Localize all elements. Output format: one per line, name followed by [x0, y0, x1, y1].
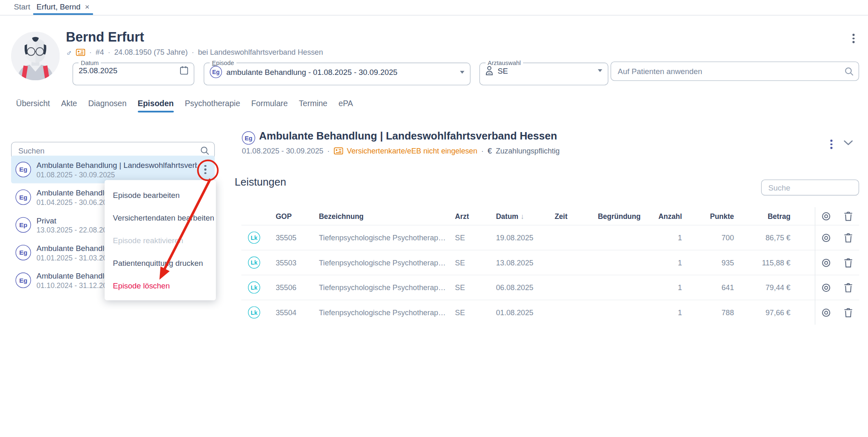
apply-search[interactable]	[611, 61, 859, 81]
visibility-icon[interactable]	[815, 212, 837, 221]
menu-item-episode-reaktivieren[interactable]: Episode reaktivieren	[104, 229, 216, 251]
date-field-value[interactable]: 25.08.2025	[79, 66, 176, 75]
date-field-label: Datum	[79, 60, 101, 65]
cell-bezeichnung: Tiefenpsychologische Psychotherapie (K..…	[310, 284, 446, 292]
cell-bezeichnung: Tiefenpsychologische Psychotherapie (K..…	[310, 308, 446, 316]
episode-type-badge: Eg	[16, 272, 31, 288]
column-header-zeit[interactable]: Zeit	[546, 212, 589, 220]
separator-dot: ·	[108, 48, 110, 56]
doctor-icon	[486, 66, 493, 75]
separator-dot: ·	[327, 146, 330, 155]
visibility-icon[interactable]	[815, 233, 837, 242]
patient-meta: ♂ · #4 · 24.08.1950 (75 Jahre) · bei Lan…	[66, 48, 323, 57]
cell-betrag: 97,66 €	[742, 308, 815, 316]
patient-nav-tabs: ÜbersichtAkteDiagnosenEpisodenPsychother…	[16, 99, 353, 112]
visibility-icon[interactable]	[815, 258, 837, 267]
trash-icon[interactable]	[837, 283, 859, 292]
episode-select-value[interactable]: ambulante Behandlung - 01.08.2025 - 30.0…	[227, 67, 456, 77]
date-field[interactable]: Datum 25.08.2025	[72, 60, 194, 85]
window-tab-start[interactable]: Start	[14, 2, 30, 11]
patient-name: Bernd Erfurt	[66, 29, 144, 45]
cell-gop: 35503	[267, 258, 310, 267]
column-header-bezeichnung[interactable]: Bezeichnung	[310, 212, 446, 220]
search-icon	[200, 146, 209, 155]
nav-tab-episoden[interactable]: Episoden	[138, 99, 174, 112]
leistung-row[interactable]: Lk 35506 Tiefenpsychologische Psychother…	[241, 275, 859, 300]
search-icon	[845, 67, 854, 76]
window-tab-patient[interactable]: Erfurt, Bernd ×	[37, 2, 90, 11]
leistung-row[interactable]: Lk 35505 Tiefenpsychologische Psychother…	[241, 225, 859, 250]
doctor-select-value[interactable]: SE	[498, 66, 593, 75]
episode-list-item[interactable]: Eg Ambulante Behandlung | Landeswohlfahr…	[11, 156, 215, 183]
window-tab-patient-label: Erfurt, Bernd	[37, 2, 81, 11]
separator-dot: ·	[89, 48, 92, 56]
nav-tab-übersicht[interactable]: Übersicht	[16, 99, 50, 112]
column-header-punkte[interactable]: Punkte	[690, 212, 742, 220]
cell-datum: 01.08.2025	[487, 308, 546, 316]
nav-tab-formulare[interactable]: Formulare	[251, 99, 288, 112]
episode-item-title: Ambulante Behandlung | Landeswohlfahrtsv…	[37, 160, 197, 170]
episode-item-dates: 01.08.2025 - 30.09.2025	[37, 170, 197, 179]
trash-icon[interactable]	[837, 212, 859, 221]
cell-anzahl: 1	[657, 258, 690, 267]
apply-search-input[interactable]	[611, 61, 859, 81]
sort-desc-icon[interactable]: ↓	[521, 212, 524, 220]
cell-datum: 13.08.2025	[487, 258, 546, 267]
episode-context-menu: Episode bearbeitenVersichertendaten bear…	[104, 180, 216, 300]
column-header-gop[interactable]: GOP	[267, 212, 310, 220]
leistungen-title: Leistungen	[235, 176, 286, 188]
leistungen-search-input[interactable]	[761, 179, 859, 195]
trash-icon[interactable]	[837, 233, 859, 242]
cell-anzahl: 1	[657, 308, 690, 316]
visibility-icon[interactable]	[815, 283, 837, 292]
cell-bezeichnung: Tiefenpsychologische Psychotherapie (K..…	[310, 258, 446, 267]
calendar-icon[interactable]	[180, 66, 188, 75]
separator-dot: ·	[192, 48, 194, 56]
male-symbol-icon: ♂	[66, 48, 72, 57]
app-window: Start Erfurt, Bernd ×	[0, 0, 868, 325]
menu-item-episode-bearbeiten[interactable]: Episode bearbeiten	[104, 184, 216, 206]
episode-type-badge: Eg	[16, 162, 31, 177]
leistung-type-badge: Lk	[248, 232, 260, 244]
episode-panel-dates: 01.08.2025 - 30.09.2025	[242, 146, 323, 155]
trash-icon[interactable]	[837, 258, 859, 267]
patient-number: #4	[96, 48, 104, 56]
leistung-row[interactable]: Lk 35504 Tiefenpsychologische Psychother…	[241, 300, 859, 325]
nav-tab-termine[interactable]: Termine	[299, 99, 327, 112]
column-header-arzt[interactable]: Arzt	[446, 212, 487, 220]
cell-punkte: 641	[690, 284, 742, 292]
nav-tab-akte[interactable]: Akte	[61, 99, 77, 112]
patient-menu-kebab-icon[interactable]	[851, 32, 856, 45]
column-header-begründung[interactable]: Begründung	[589, 212, 656, 220]
episode-panel-kebab-icon[interactable]	[829, 138, 834, 151]
column-header-betrag[interactable]: Betrag	[742, 212, 815, 220]
trash-icon[interactable]	[837, 308, 859, 317]
euro-icon: €	[488, 146, 492, 155]
visibility-icon[interactable]	[815, 308, 837, 317]
cell-punkte: 700	[690, 233, 742, 242]
cell-betrag: 86,75 €	[742, 233, 815, 242]
cell-bezeichnung: Tiefenpsychologische Psychotherapie (K..…	[310, 233, 446, 242]
column-header-datum[interactable]: Datum↓	[487, 212, 546, 220]
menu-item-patientenquittung-drucken[interactable]: Patientenquittung drucken	[104, 251, 216, 274]
episode-select[interactable]: Episode Eg ambulante Behandlung - 01.08.…	[204, 60, 470, 85]
card-warning-text: Versichertenkarte/eEB nicht eingelesen	[347, 146, 477, 155]
menu-item-episode-l-schen[interactable]: Episode löschen	[104, 274, 216, 297]
nav-tab-epa[interactable]: ePA	[338, 99, 353, 112]
cell-arzt: SE	[446, 258, 487, 267]
column-header-anzahl[interactable]: Anzahl	[657, 212, 690, 220]
patient-insurer: bei Landeswohlfahrtsverband Hessen	[198, 48, 323, 56]
menu-item-versichertendaten-bearbeiten[interactable]: Versichertendaten bearbeiten	[104, 206, 216, 229]
close-icon[interactable]: ×	[85, 2, 89, 11]
nav-tab-psychotherapie[interactable]: Psychotherapie	[185, 99, 240, 112]
collapse-chevron-icon[interactable]	[844, 140, 853, 146]
cell-betrag: 115,88 €	[742, 258, 815, 267]
chevron-down-icon[interactable]	[460, 71, 465, 74]
nav-tab-diagnosen[interactable]: Diagnosen	[88, 99, 126, 112]
leistung-type-badge: Lk	[248, 306, 260, 318]
chevron-down-icon[interactable]	[598, 69, 602, 72]
leistung-row[interactable]: Lk 35503 Tiefenpsychologische Psychother…	[241, 250, 859, 275]
doctor-select[interactable]: Arztauswahl SE	[479, 60, 609, 85]
doctor-select-label: Arztauswahl	[486, 60, 523, 65]
cell-anzahl: 1	[657, 284, 690, 292]
